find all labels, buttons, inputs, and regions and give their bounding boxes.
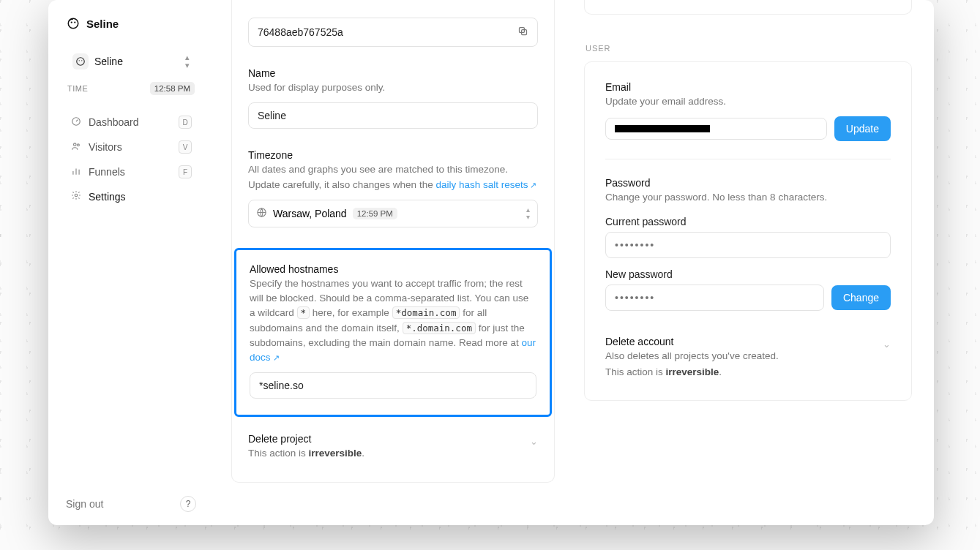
change-password-button[interactable]: Change (831, 285, 891, 310)
delete-account-section[interactable]: Delete account ⌄ Also deletes all projec… (605, 336, 891, 380)
chevron-down-icon: ⌄ (883, 339, 891, 350)
timezone-desc: All dates and graphs you see are matched… (248, 162, 538, 192)
svg-point-2 (74, 21, 75, 23)
chevron-down-icon: ⌄ (530, 436, 538, 447)
delete-project-desc: This action is irreversible. (248, 446, 364, 461)
external-icon: ↗ (273, 353, 280, 362)
copy-icon[interactable] (517, 26, 528, 39)
sidebar: Seline Seline ▴▾ TIME 12:58 PM (48, 0, 209, 525)
nav-label: Dashboard (89, 116, 139, 128)
time-label: TIME (67, 84, 88, 93)
svg-point-9 (75, 194, 78, 197)
brand-logo-icon (66, 16, 81, 31)
brand: Seline (66, 16, 196, 31)
kbd-badge: V (179, 140, 192, 154)
delete-account-desc1: Also deletes all projects you've created… (605, 349, 891, 363)
svg-point-4 (79, 60, 80, 61)
time-row: TIME 12:58 PM (66, 82, 196, 95)
allowed-hostnames-section: Allowed hostnames Specify the hostnames … (234, 248, 552, 418)
current-password-label: Current password (605, 216, 891, 227)
updown-icon: ▴▾ (185, 53, 190, 69)
kbd-badge: D (179, 116, 192, 129)
svg-point-7 (73, 143, 76, 146)
project-switcher[interactable]: Seline ▴▾ (66, 48, 196, 75)
nav-item-visitors[interactable]: Visitors V (66, 136, 196, 158)
allowed-desc: Specify the hostnames you want to accept… (250, 276, 536, 366)
delete-account-label: Delete account (605, 336, 891, 347)
svg-point-1 (71, 21, 72, 23)
timezone-selector[interactable]: Warsaw, Poland 12:59 PM ▴▾ (248, 200, 538, 227)
updown-icon: ▴▾ (526, 206, 530, 221)
timezone-value: Warsaw, Poland (273, 208, 347, 219)
project-name: Seline (94, 56, 123, 67)
nav-label: Funnels (89, 166, 125, 178)
nav-item-dashboard[interactable]: Dashboard D (66, 111, 196, 133)
user-heading: USER (586, 44, 912, 53)
new-password-input[interactable] (605, 285, 824, 311)
redacted-email (615, 125, 710, 132)
nav-label: Visitors (89, 141, 122, 153)
code-example1: *domain.com (392, 306, 460, 319)
delete-account-desc2: This action is irreversible. (605, 365, 891, 380)
svg-point-8 (77, 143, 79, 146)
timezone-time-badge: 12:59 PM (353, 208, 397, 219)
name-input[interactable] (248, 102, 538, 129)
app-window: Seline Seline ▴▾ TIME 12:58 PM (48, 0, 934, 525)
gear-icon (70, 190, 81, 203)
code-example2: *.domain.com (403, 322, 476, 334)
email-desc: Update your email address. (605, 94, 891, 109)
nav-item-funnels[interactable]: Funnels F (66, 161, 196, 183)
divider (605, 159, 891, 159)
bars-icon (70, 166, 81, 178)
token-field: 76488aeb767525a (248, 18, 538, 47)
code-wildcard: * (297, 306, 310, 319)
allowed-hostnames-input[interactable] (250, 372, 536, 399)
svg-point-5 (81, 60, 82, 61)
nav: Dashboard D Visitors V Funnels F (66, 111, 196, 207)
delete-project-row[interactable]: Delete project This action is irreversib… (232, 417, 554, 461)
email-label: Email (605, 81, 891, 93)
new-password-label: New password (605, 268, 891, 280)
nav-label: Settings (89, 191, 126, 203)
signout-link[interactable]: Sign out (66, 498, 103, 510)
name-desc: Used for display purposes only. (248, 80, 538, 95)
previous-card-edge (584, 0, 912, 15)
project-avatar-icon (72, 53, 89, 69)
external-icon: ↗ (530, 181, 536, 189)
delete-project-label: Delete project (248, 433, 364, 445)
timezone-label: Timezone (248, 149, 538, 161)
name-label: Name (248, 67, 538, 79)
help-button[interactable]: ? (180, 496, 196, 512)
brand-name: Seline (86, 18, 119, 30)
time-badge: 12:58 PM (150, 82, 195, 95)
password-label: Password (605, 177, 891, 189)
project-settings-card: 76488aeb767525a Name Used for display pu… (231, 0, 555, 483)
allowed-label: Allowed hostnames (250, 263, 536, 275)
nav-item-settings[interactable]: Settings (66, 186, 196, 207)
svg-point-3 (77, 58, 85, 66)
gauge-icon (70, 116, 81, 129)
token-value: 76488aeb767525a (258, 26, 343, 38)
hash-salt-link[interactable]: daily hash salt resets↗ (435, 179, 536, 190)
user-card: Email Update your email address. Update … (584, 61, 912, 401)
password-desc: Change your password. No less than 8 cha… (605, 190, 891, 205)
current-password-input[interactable] (605, 232, 891, 258)
globe-icon (256, 207, 267, 220)
users-icon (70, 141, 81, 154)
update-email-button[interactable]: Update (834, 116, 891, 141)
kbd-badge: F (179, 165, 192, 178)
email-input[interactable] (605, 118, 827, 140)
